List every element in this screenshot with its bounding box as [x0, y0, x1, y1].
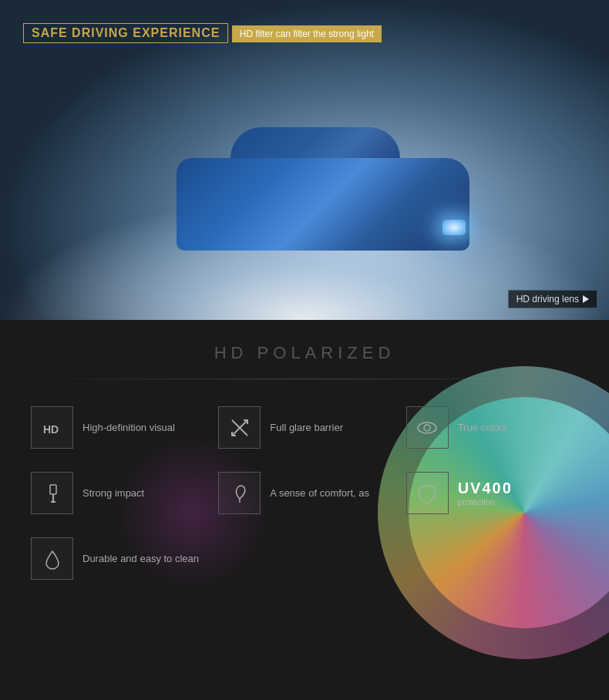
svg-point-4: [424, 425, 430, 431]
svg-rect-5: [50, 485, 56, 494]
feature-strong-impact: Strong impact: [23, 460, 210, 526]
drop-icon-box: [31, 537, 73, 580]
shield-icon: [416, 482, 439, 505]
eye-icon: [416, 416, 439, 439]
glare-icon-box: [218, 406, 261, 449]
svg-point-3: [418, 422, 436, 433]
feature-true-colors: True colors: [399, 395, 586, 460]
feature-uv400: UV400 protection: [399, 460, 586, 526]
hd-lens-badge[interactable]: HD driving lens: [508, 290, 597, 308]
bottom-features-section: HD POLARIZED HD High-definition visual: [0, 320, 609, 700]
play-icon: [583, 295, 589, 303]
hd-lens-label: HD driving lens: [516, 294, 579, 305]
safe-driving-title: SAFE DRIVING EXPERIENCE: [23, 23, 228, 43]
comfort-label: A sense of comfort, as: [270, 487, 369, 499]
hd-filter-badge: HD filter can filter the strong light: [232, 25, 382, 42]
hd-visual-label: High-definition visual: [82, 422, 175, 433]
full-glare-label: Full glare barrier: [270, 422, 343, 433]
eye-icon-box: [406, 406, 449, 449]
hammer-icon-box: [31, 472, 73, 514]
cross-arrows-icon: [228, 416, 251, 439]
uv400-title: UV400: [458, 480, 513, 497]
uv400-subtitle: protection: [458, 497, 513, 506]
leaf-icon-box: [218, 472, 261, 514]
true-colors-label: True colors: [458, 422, 508, 433]
hd-icon: HD: [41, 416, 64, 439]
top-text-overlay: SAFE DRIVING EXPERIENCE HD filter can fi…: [23, 23, 382, 49]
durable-label: Durable and easy to clean: [82, 553, 199, 564]
strong-impact-label: Strong impact: [82, 487, 144, 499]
hammer-icon: [41, 482, 64, 505]
shield-icon-box: [406, 472, 449, 514]
leaf-icon: [228, 482, 251, 505]
feature-hd-visual: HD High-definition visual: [23, 395, 210, 460]
feature-durable: Durable and easy to clean: [23, 526, 210, 591]
car-illustration: [138, 119, 508, 274]
feature-full-glare: Full glare barrier: [210, 395, 398, 460]
features-grid: HD High-definition visual Full glare bar…: [0, 395, 609, 591]
svg-text:HD: HD: [43, 423, 59, 436]
feature-comfort: A sense of comfort, as: [210, 460, 398, 526]
drop-icon: [41, 547, 64, 570]
top-banner: SAFE DRIVING EXPERIENCE HD filter can fi…: [0, 0, 609, 320]
hd-icon-box: HD: [31, 406, 73, 449]
